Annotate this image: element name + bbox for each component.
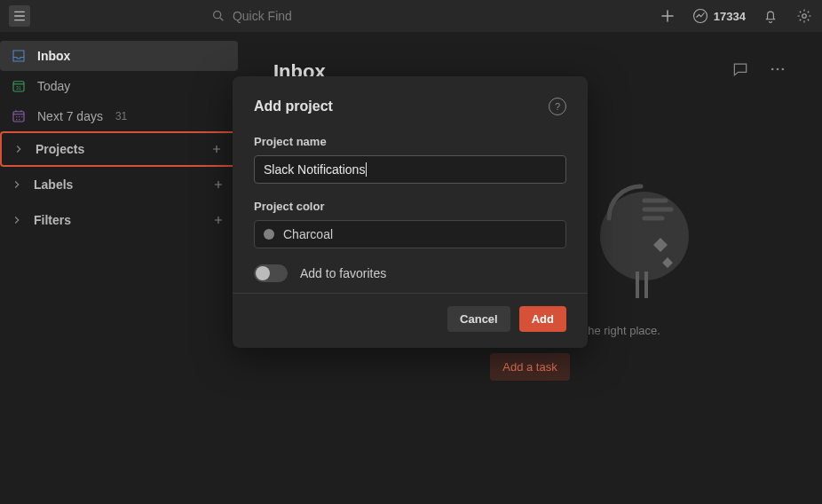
project-name-label: Project name xyxy=(254,135,566,148)
add-button[interactable]: Add xyxy=(519,306,566,332)
project-color-label: Project color xyxy=(254,200,566,213)
toggle-knob xyxy=(256,266,270,280)
modal-help-button[interactable]: ? xyxy=(549,98,566,115)
cancel-button[interactable]: Cancel xyxy=(447,306,510,332)
text-caret xyxy=(366,162,367,177)
project-color-name: Charcoal xyxy=(283,227,333,241)
add-to-favorites-toggle[interactable] xyxy=(254,264,288,282)
project-name-input[interactable]: Slack Notifications xyxy=(254,155,566,184)
add-to-favorites-label: Add to favorites xyxy=(300,266,386,280)
modal-title: Add project xyxy=(254,98,333,114)
project-color-select[interactable]: Charcoal xyxy=(254,220,566,248)
project-name-value: Slack Notifications xyxy=(264,162,365,177)
color-swatch xyxy=(264,229,274,240)
add-project-modal: Add project ? Project name Slack Notific… xyxy=(233,76,588,348)
